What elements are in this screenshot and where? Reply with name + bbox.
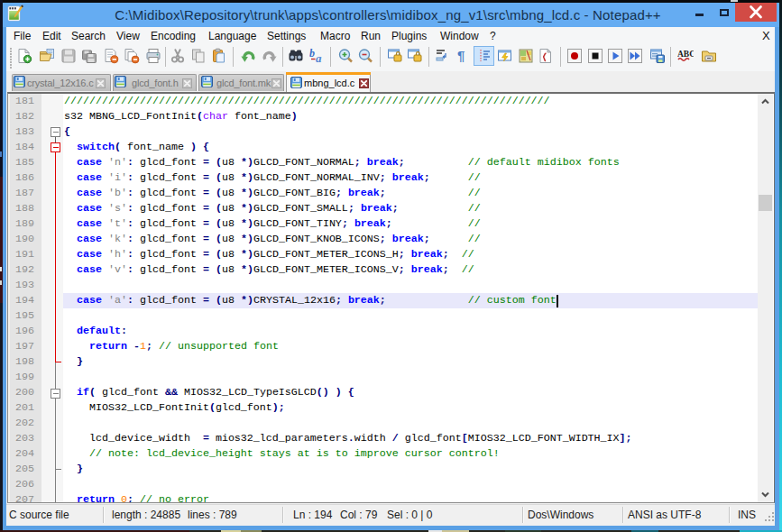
svg-text:ABC: ABC [677,50,694,59]
svg-text:¶: ¶ [457,48,465,63]
svg-text:b: b [309,48,315,60]
svg-text:a: a [316,51,322,64]
